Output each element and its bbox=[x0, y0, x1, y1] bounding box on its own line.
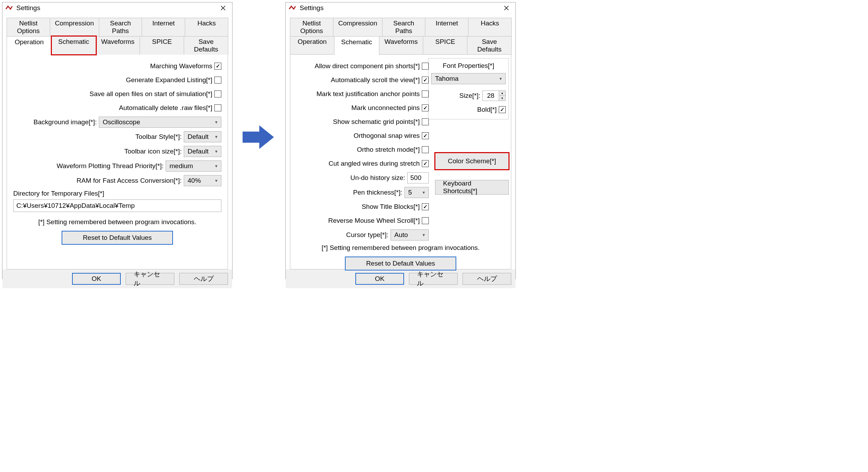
cancel-button[interactable]: キャンセル bbox=[409, 273, 458, 285]
reverse-wheel-checkbox[interactable] bbox=[422, 217, 429, 224]
tab-spice[interactable]: SPICE bbox=[423, 36, 467, 55]
keyboard-shortcuts-button[interactable]: Keyboard Shortcuts[*] bbox=[435, 180, 509, 195]
ok-button[interactable]: OK bbox=[355, 273, 404, 285]
pen-thickness-value: 5 bbox=[408, 189, 412, 196]
cancel-label: キャンセル bbox=[134, 270, 166, 288]
close-button[interactable] bbox=[215, 2, 231, 14]
font-name-dropdown[interactable]: Tahoma▼ bbox=[431, 73, 506, 84]
ortho-stretch-checkbox[interactable] bbox=[422, 146, 429, 153]
help-label: ヘルプ bbox=[477, 274, 497, 283]
toolbar-icon-size-label: Toolbar icon size[*]: bbox=[124, 148, 182, 155]
ok-button[interactable]: OK bbox=[72, 273, 121, 285]
reset-defaults-button[interactable]: Reset to Default Values bbox=[345, 257, 456, 270]
save-open-files-checkbox[interactable] bbox=[214, 91, 221, 97]
settings-dialog-operation: Settings Netlist Options Compression Sea… bbox=[2, 2, 232, 279]
ram-conversion-label: RAM for Fast Access Conversion[*]: bbox=[77, 177, 182, 184]
tab-spice[interactable]: SPICE bbox=[140, 36, 184, 55]
spin-up-icon[interactable]: ▲ bbox=[499, 91, 505, 96]
ram-conversion-dropdown[interactable]: 40%▼ bbox=[184, 175, 221, 186]
toolbar-icon-size-dropdown[interactable]: Default▼ bbox=[184, 146, 221, 157]
help-button[interactable]: ヘルプ bbox=[463, 273, 511, 285]
auto-delete-raw-checkbox[interactable] bbox=[214, 104, 221, 111]
tab-internet[interactable]: Internet bbox=[142, 18, 185, 36]
spin-down-icon[interactable]: ▼ bbox=[499, 96, 505, 101]
titlebar: Settings bbox=[2, 2, 232, 14]
tab-hacks[interactable]: Hacks bbox=[468, 18, 512, 36]
thread-priority-dropdown[interactable]: medium▼ bbox=[166, 160, 221, 172]
marching-waveforms-checkbox[interactable]: ✓ bbox=[214, 63, 221, 70]
thread-priority-value: medium bbox=[169, 162, 193, 170]
pen-thickness-dropdown[interactable]: 5▼ bbox=[404, 187, 429, 198]
allow-pin-shorts-checkbox[interactable] bbox=[422, 63, 429, 70]
temp-dir-value: C:¥Users¥10712¥AppData¥Local¥Temp bbox=[16, 202, 135, 210]
tab-compression[interactable]: Compression bbox=[333, 18, 382, 36]
ok-label: OK bbox=[375, 275, 384, 283]
chevron-down-icon: ▼ bbox=[214, 135, 218, 139]
show-grid-checkbox[interactable] bbox=[422, 118, 429, 125]
show-grid-label: Show schematic grid points[*] bbox=[333, 118, 420, 126]
cursor-type-dropdown[interactable]: Auto▼ bbox=[390, 229, 429, 241]
tab-search-paths[interactable]: Search Paths bbox=[99, 18, 142, 36]
tab-save-defaults[interactable]: Save Defaults bbox=[184, 36, 228, 55]
tab-waveforms[interactable]: Waveforms bbox=[96, 36, 140, 55]
chevron-down-icon: ▼ bbox=[499, 77, 503, 81]
background-image-dropdown[interactable]: Oscilloscope▼ bbox=[99, 117, 221, 128]
undo-size-label: Un-do history size: bbox=[350, 174, 405, 182]
color-scheme-button[interactable]: Color Scheme[*] bbox=[435, 153, 509, 170]
close-button[interactable] bbox=[499, 2, 514, 14]
tab-internet[interactable]: Internet bbox=[425, 18, 468, 36]
reverse-wheel-label: Reverse Mouse Wheel Scroll[*] bbox=[328, 217, 420, 225]
tab-waveforms[interactable]: Waveforms bbox=[379, 36, 424, 55]
tab-schematic[interactable]: Schematic bbox=[334, 36, 379, 55]
reset-defaults-label: Reset to Default Values bbox=[366, 260, 435, 267]
show-title-blocks-checkbox[interactable]: ✓ bbox=[422, 203, 429, 210]
reset-defaults-button[interactable]: Reset to Default Values bbox=[62, 231, 173, 245]
footnote: [*] Setting remembered between program i… bbox=[297, 244, 505, 252]
tab-schematic[interactable]: Schematic bbox=[52, 36, 96, 55]
help-label: ヘルプ bbox=[194, 274, 214, 283]
tab-operation[interactable]: Operation bbox=[290, 36, 334, 55]
tab-search-paths[interactable]: Search Paths bbox=[382, 18, 426, 36]
tab-netlist-options[interactable]: Netlist Options bbox=[7, 18, 50, 36]
cut-angled-checkbox[interactable]: ✓ bbox=[422, 160, 429, 167]
tab-compression[interactable]: Compression bbox=[50, 18, 99, 36]
tab-save-defaults[interactable]: Save Defaults bbox=[467, 36, 512, 55]
toolbar-style-dropdown[interactable]: Default▼ bbox=[184, 131, 221, 142]
font-bold-checkbox[interactable]: ✓ bbox=[499, 106, 506, 113]
tab-netlist-options[interactable]: Netlist Options bbox=[290, 18, 333, 36]
temp-dir-input[interactable]: C:¥Users¥10712¥AppData¥Local¥Temp bbox=[13, 199, 221, 212]
window-title: Settings bbox=[16, 4, 215, 12]
window-title: Settings bbox=[300, 4, 499, 12]
auto-scroll-checkbox[interactable]: ✓ bbox=[422, 77, 429, 84]
cancel-button[interactable]: キャンセル bbox=[126, 273, 174, 285]
tabs-area: Netlist Options Compression Search Paths… bbox=[286, 14, 515, 269]
app-logo-icon bbox=[5, 4, 13, 12]
app-logo-icon bbox=[289, 4, 296, 12]
generate-expanded-label: Generate Expanded Listing[*] bbox=[126, 76, 212, 84]
pen-thickness-label: Pen thickness[*]: bbox=[353, 189, 402, 196]
undo-size-input[interactable]: 500 bbox=[407, 172, 429, 183]
help-button[interactable]: ヘルプ bbox=[179, 273, 228, 285]
mark-anchor-checkbox[interactable] bbox=[422, 91, 429, 97]
chevron-down-icon: ▼ bbox=[214, 149, 218, 154]
generate-expanded-checkbox[interactable] bbox=[214, 77, 221, 84]
ortho-snap-checkbox[interactable]: ✓ bbox=[422, 132, 429, 139]
ortho-stretch-label: Ortho stretch mode[*] bbox=[357, 146, 420, 154]
auto-scroll-label: Automatically scroll the view[*] bbox=[331, 76, 420, 84]
ram-conversion-value: 40% bbox=[188, 177, 201, 184]
toolbar-icon-size-value: Default bbox=[188, 148, 208, 155]
keyboard-shortcuts-label: Keyboard Shortcuts[*] bbox=[443, 180, 501, 195]
tab-operation[interactable]: Operation bbox=[7, 36, 52, 55]
font-size-spinner[interactable]: 28 ▲▼ bbox=[482, 91, 506, 101]
marching-waveforms-label: Marching Waveforms bbox=[150, 62, 212, 70]
toolbar-style-value: Default bbox=[188, 133, 208, 141]
mark-unconnected-checkbox[interactable]: ✓ bbox=[422, 104, 429, 111]
color-scheme-label: Color Scheme[*] bbox=[448, 157, 496, 165]
tab-row-bottom: Operation Schematic Waveforms SPICE Save… bbox=[290, 36, 511, 55]
cursor-type-value: Auto bbox=[394, 231, 408, 239]
settings-dialog-schematic: Settings Netlist Options Compression Sea… bbox=[285, 2, 516, 279]
arrow-right-icon bbox=[243, 125, 274, 149]
tab-hacks[interactable]: Hacks bbox=[185, 18, 228, 36]
font-size-value: 28 bbox=[482, 91, 499, 101]
show-title-blocks-label: Show Title Blocks[*] bbox=[362, 203, 420, 211]
